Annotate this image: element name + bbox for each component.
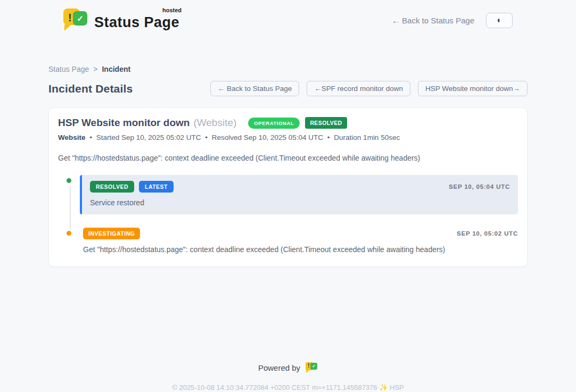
powered-by-link[interactable]: Powered by ! ✓ xyxy=(258,362,318,374)
powered-by-label: Powered by xyxy=(258,363,300,372)
meta-component: Website xyxy=(58,134,86,141)
copyright-text: © 2025-10-08 14:10:34.772084 +0200 CEST … xyxy=(48,383,528,391)
circle-half-icon: ◐ xyxy=(497,16,502,24)
incident-meta: Website • Started Sep 10, 2025 05:02 UTC… xyxy=(58,134,518,141)
next-incident-button[interactable]: HSP Website monitor down→ xyxy=(418,81,528,96)
exclamation-icon: ! xyxy=(308,363,309,369)
timeline-investigating-badge: INVESTIGATING xyxy=(83,228,140,239)
exclamation-icon: ! xyxy=(68,12,72,24)
theme-toggle-button[interactable]: ◐ xyxy=(486,13,513,28)
header-back-link[interactable]: ← Back to Status Page xyxy=(392,16,474,25)
incident-nav-buttons: ← Back to Status Page ←SPF record monito… xyxy=(210,81,528,96)
incident-description: Get "https://hostedstatus.page": context… xyxy=(58,154,518,162)
footer: Powered by ! ✓ © 2025-10-08 14:10:34.772… xyxy=(48,362,528,391)
incident-card: HSP Website monitor down (Website) OPERA… xyxy=(48,107,528,267)
operational-status-badge: OPERATIONAL xyxy=(248,118,300,129)
breadcrumb-separator: > xyxy=(93,65,97,73)
check-icon: ✓ xyxy=(73,11,87,26)
header: ! ✓ Status Page hosted ← Back to Status … xyxy=(48,0,528,32)
title-row: Incident Details ← Back to Status Page ←… xyxy=(48,81,528,96)
breadcrumb-status-page[interactable]: Status Page xyxy=(48,65,89,73)
app-logo[interactable]: ! ✓ Status Page hosted xyxy=(63,9,179,32)
timeline-timestamp: SEP 10, 05:02 UTC xyxy=(457,230,518,237)
meta-resolved: Resolved Sep 10, 2025 05:04 UTC xyxy=(212,134,323,141)
timeline-entry-highlight-box: RESOLVED LATEST SEP 10, 05:04 UTC Servic… xyxy=(80,175,518,214)
timeline-latest-badge: LATEST xyxy=(139,181,174,193)
incident-title: HSP Website monitor down xyxy=(58,117,190,129)
timeline-message: Service restored xyxy=(90,198,510,207)
page-title: Incident Details xyxy=(48,82,133,95)
incident-component: (Website) xyxy=(193,117,236,129)
status-page-logo-icon: ! ✓ xyxy=(63,9,88,32)
logo-text: Status Page xyxy=(94,14,179,30)
resolved-status-badge: RESOLVED xyxy=(305,117,347,129)
prev-incident-button[interactable]: ←SPF record monitor down xyxy=(307,81,410,96)
meta-started: Started Sep 10, 2025 05:02 UTC xyxy=(96,134,201,141)
check-icon: ✓ xyxy=(310,363,317,370)
timeline-resolved-badge: RESOLVED xyxy=(90,181,134,193)
page-container: ! ✓ Status Page hosted ← Back to Status … xyxy=(48,0,528,391)
back-to-status-page-button[interactable]: ← Back to Status Page xyxy=(210,81,300,96)
logo-hosted-label: hosted xyxy=(162,7,182,13)
resolved-dot-icon xyxy=(65,177,73,185)
incident-timeline: RESOLVED LATEST SEP 10, 05:04 UTC Servic… xyxy=(58,175,518,254)
investigating-dot-icon xyxy=(65,229,73,237)
timeline-timestamp: SEP 10, 05:04 UTC xyxy=(449,184,510,190)
breadcrumb-incident: Incident xyxy=(102,65,130,73)
timeline-entry-resolved: RESOLVED LATEST SEP 10, 05:04 UTC Servic… xyxy=(58,175,518,214)
timeline-entry-investigating: INVESTIGATING SEP 10, 05:02 UTC Get "htt… xyxy=(58,228,518,254)
meta-duration: Duration 1min 50sec xyxy=(334,134,400,141)
breadcrumb: Status Page > Incident xyxy=(48,65,528,73)
status-page-mini-logo-icon: ! ✓ xyxy=(306,362,318,374)
timeline-message: Get "https://hostedstatus.page": context… xyxy=(83,245,518,254)
